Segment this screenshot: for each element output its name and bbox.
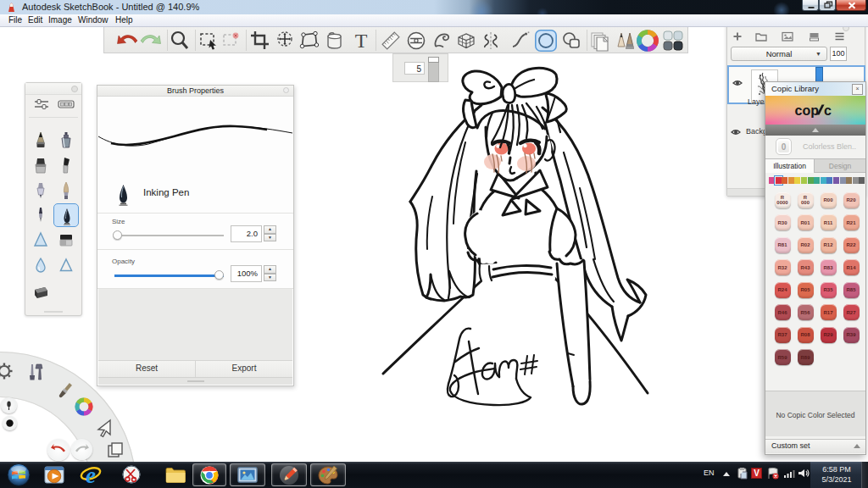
svg-text:T: T (355, 30, 368, 52)
svg-text:e: e (86, 464, 96, 486)
svg-text:c: c (824, 103, 832, 118)
svg-text:cop: cop (795, 103, 820, 118)
